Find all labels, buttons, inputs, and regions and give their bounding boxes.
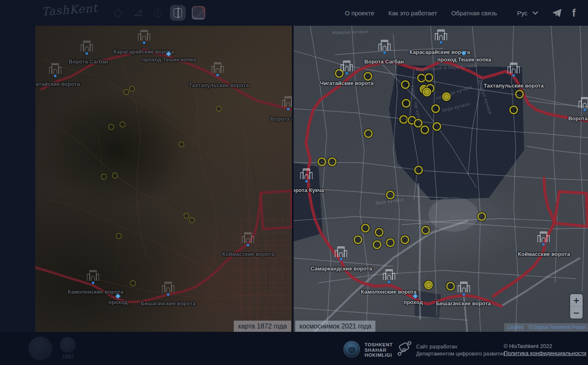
poi-marker[interactable]: [189, 217, 195, 224]
gate-label[interactable]: Тахтапульские ворота: [189, 82, 249, 88]
poi-marker[interactable]: [108, 124, 115, 130]
poi-marker[interactable]: [402, 99, 411, 108]
gate-icon[interactable]: [299, 167, 314, 181]
gate-icon[interactable]: [457, 280, 471, 294]
zoom-out-button[interactable]: −: [570, 306, 583, 319]
info-icon[interactable]: i: [150, 5, 166, 21]
poi-marker[interactable]: [386, 191, 395, 200]
poi-marker[interactable]: [184, 213, 190, 219]
portal-link[interactable]: © Digital Tashkent Portal: [529, 324, 586, 330]
gate-label[interactable]: проход Тешик-копка: [142, 56, 196, 63]
poi-marker[interactable]: [446, 282, 455, 291]
poi-marker[interactable]: [361, 224, 370, 233]
gate-label[interactable]: Тахтапульские ворота: [484, 83, 544, 89]
gate-label[interactable]: Чигатайские ворота: [35, 81, 80, 87]
gate-icon[interactable]: [48, 62, 62, 76]
poi-marker[interactable]: [515, 90, 524, 99]
map-divider[interactable]: [292, 26, 294, 332]
gate-icon[interactable]: [507, 61, 521, 75]
poi-marker[interactable]: [401, 236, 409, 244]
gate-label[interactable]: Самаркандские ворота: [311, 265, 372, 272]
poi-marker[interactable]: [112, 173, 118, 179]
poi-marker[interactable]: [120, 122, 126, 128]
gate-label[interactable]: Чигатайские ворота: [320, 80, 374, 86]
poi-marker[interactable]: [386, 238, 395, 247]
gate-label[interactable]: Коймасские ворота: [518, 251, 570, 257]
poi-marker[interactable]: [423, 88, 431, 97]
gate-label[interactable]: Ворота Сагбан: [364, 58, 404, 65]
poi-marker[interactable]: [414, 166, 423, 175]
map-style-icon[interactable]: [191, 5, 206, 21]
gate-icon[interactable]: [161, 280, 175, 294]
poi-marker[interactable]: [433, 122, 441, 131]
poi-marker[interactable]: [328, 158, 337, 166]
poi-marker[interactable]: [129, 86, 135, 92]
gate-icon[interactable]: [382, 268, 396, 282]
poi-marker[interactable]: [401, 80, 410, 89]
year-thumbnail[interactable]: [29, 337, 52, 360]
year-thumbnail-1897[interactable]: [60, 337, 76, 353]
gate-label[interactable]: Карасарайские ворота: [409, 49, 470, 55]
gate-label[interactable]: Бешагачские ворота: [436, 300, 491, 307]
gate-label[interactable]: Камолонские ворота: [361, 289, 416, 295]
gate-label[interactable]: Ворота Сагбан: [69, 58, 108, 65]
poi-marker[interactable]: [364, 129, 373, 138]
gate-icon[interactable]: [340, 59, 354, 73]
poi-marker[interactable]: [364, 72, 372, 81]
map-2021[interactable]: космоснимок 2021 года Leaflet | © Digita…: [294, 26, 588, 332]
leaflet-link[interactable]: Leaflet: [507, 324, 523, 330]
gate-icon[interactable]: [211, 61, 225, 75]
poi-marker[interactable]: [510, 106, 518, 114]
gate-icon[interactable]: [137, 29, 151, 43]
poi-marker[interactable]: [399, 115, 408, 124]
gate-icon[interactable]: [578, 96, 588, 110]
poi-marker[interactable]: [101, 174, 107, 180]
poi-marker[interactable]: [130, 280, 136, 287]
poi-marker[interactable]: [179, 141, 185, 148]
gate-label[interactable]: Коймасские ворота: [222, 251, 274, 257]
poi-marker[interactable]: [354, 236, 363, 244]
histashkent-logo[interactable]: TashKent: [41, 1, 98, 18]
nav-how-it-works[interactable]: Как это работает: [388, 10, 437, 17]
gate-label[interactable]: проход: [108, 299, 127, 305]
gate-label[interactable]: Камолонские ворота: [68, 289, 123, 295]
privacy-policy-link[interactable]: Политика конфиденциальности: [504, 350, 586, 356]
gate-label[interactable]: Бешагачские ворота: [141, 300, 196, 307]
gate-label[interactable]: Карасарайские ворота: [113, 49, 174, 55]
poi-marker[interactable]: [216, 106, 222, 112]
ruler-icon[interactable]: [130, 5, 146, 21]
compare-icon[interactable]: [170, 5, 186, 21]
gate-icon[interactable]: [377, 39, 392, 53]
facebook-icon[interactable]: f: [572, 8, 576, 18]
poi-marker[interactable]: [442, 92, 451, 101]
gate-label[interactable]: проход: [404, 299, 423, 305]
map-1872[interactable]: карта 1872 года Ворота СагбанКарасарайск…: [35, 26, 292, 332]
poi-marker[interactable]: [431, 105, 440, 113]
gate-label[interactable]: Ворота Л: [270, 116, 292, 122]
gate-icon[interactable]: [281, 95, 292, 109]
gate-label[interactable]: Ворота Л: [568, 115, 588, 122]
layers-icon[interactable]: [110, 5, 126, 21]
gate-label[interactable]: Ворота Кукча: [294, 187, 324, 193]
gate-icon[interactable]: [334, 245, 348, 259]
poi-marker[interactable]: [414, 119, 423, 128]
poi-marker[interactable]: [116, 233, 122, 239]
poi-marker[interactable]: [425, 73, 434, 82]
language-selector[interactable]: Рус: [517, 10, 538, 17]
gate-icon[interactable]: [537, 230, 551, 244]
gate-icon[interactable]: [241, 231, 255, 245]
poi-marker[interactable]: [421, 126, 429, 134]
zoom-in-button[interactable]: +: [570, 294, 583, 306]
telegram-icon[interactable]: [551, 8, 562, 17]
poi-marker[interactable]: [318, 158, 326, 166]
poi-marker[interactable]: [478, 212, 486, 221]
gate-icon[interactable]: [86, 269, 100, 283]
poi-marker[interactable]: [375, 228, 384, 237]
poi-marker[interactable]: [424, 281, 433, 290]
poi-marker[interactable]: [373, 241, 382, 249]
poi-marker[interactable]: [123, 89, 130, 95]
gate-label[interactable]: проход Тешик-копка: [437, 56, 491, 63]
nav-feedback[interactable]: Обратная связь: [451, 10, 497, 17]
gate-icon[interactable]: [80, 39, 94, 54]
gate-icon[interactable]: [434, 28, 448, 42]
